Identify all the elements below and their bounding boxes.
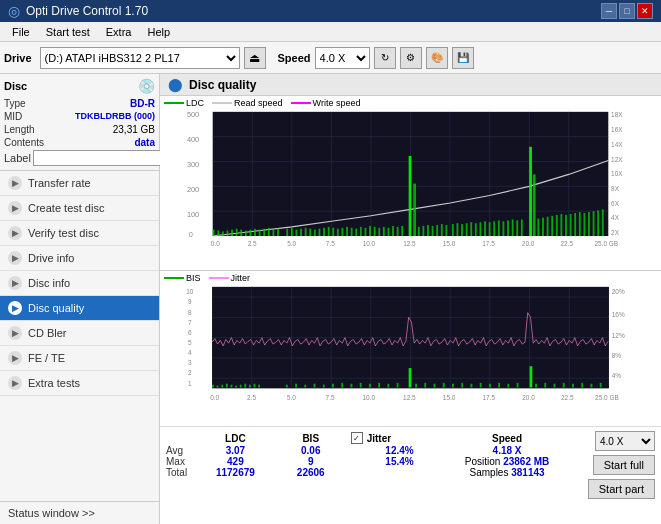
jitter-checkbox[interactable]: ✓ [351,432,363,444]
svg-rect-50 [259,230,261,236]
svg-rect-177 [387,384,389,388]
svg-text:4X: 4X [611,214,620,221]
save-button[interactable]: 💾 [452,47,474,69]
speed-label: Speed [278,52,311,64]
mid-value: TDKBLDRBB (000) [75,111,155,122]
ldc-max: 429 [196,456,275,467]
svg-rect-190 [517,383,519,388]
svg-rect-113 [560,214,562,236]
svg-text:22.5: 22.5 [560,240,573,247]
svg-text:0: 0 [189,230,193,239]
svg-rect-198 [600,383,602,388]
sidebar-item-create-test-disc[interactable]: ▶ Create test disc [0,196,159,221]
toolbar: Drive (D:) ATAPI iHBS312 2 PL17 ⏏ Speed … [0,42,661,74]
status-window-button[interactable]: Status window >> [0,502,159,524]
svg-rect-120 [593,211,595,236]
svg-rect-64 [309,229,311,236]
svg-rect-157 [231,385,233,388]
bis-col-header: BIS [275,431,347,445]
start-full-button[interactable]: Start full [593,455,655,475]
type-label: Type [4,98,26,109]
stats-table: LDC BIS ✓ Jitter Speed [166,431,582,478]
status-window-label: Status window >> [8,507,95,519]
svg-rect-194 [563,383,565,388]
svg-rect-197 [591,384,593,388]
menu-start-test[interactable]: Start test [38,24,98,40]
svg-rect-71 [342,228,344,236]
svg-text:2.5: 2.5 [248,240,257,247]
svg-rect-115 [570,214,572,236]
sidebar-item-disc-info[interactable]: ▶ Disc info [0,271,159,296]
svg-text:8: 8 [188,309,192,316]
cd-bler-label: CD Bler [28,327,67,339]
svg-rect-69 [332,228,334,236]
jitter-max: 15.4% [347,456,433,467]
bis-legend-item: BIS [164,273,201,283]
svg-text:16X: 16X [611,126,623,133]
svg-rect-96 [470,222,472,236]
maximize-button[interactable]: □ [619,3,635,19]
type-value: BD-R [130,98,155,109]
svg-rect-170 [323,385,325,388]
theme-button[interactable]: 🎨 [426,47,448,69]
svg-rect-53 [273,230,275,236]
svg-rect-57 [529,147,532,236]
refresh-button[interactable]: ↻ [374,47,396,69]
svg-text:12.5: 12.5 [403,394,416,401]
disc-panel: Disc 💿 Type BD-R MID TDKBLDRBB (000) Len… [0,74,159,171]
minimize-button[interactable]: ─ [601,3,617,19]
svg-rect-89 [436,225,438,236]
svg-rect-93 [457,223,459,236]
svg-rect-47 [245,231,247,237]
sidebar-item-cd-bler[interactable]: ▶ CD Bler [0,321,159,346]
svg-rect-122 [602,209,604,236]
speed-select[interactable]: 4.0 X [315,47,370,69]
start-part-button[interactable]: Start part [588,479,655,499]
speed-select-stats[interactable]: 4.0 X [595,431,655,451]
length-label: Length [4,124,35,135]
svg-text:20%: 20% [612,288,625,295]
sidebar-item-drive-info[interactable]: ▶ Drive info [0,246,159,271]
svg-text:4: 4 [188,349,192,356]
jitter-legend-color [209,277,229,279]
svg-rect-75 [360,227,362,236]
svg-rect-165 [530,366,533,387]
samples-label: Samples [470,467,509,478]
ldc-legend-item: LDC [164,98,204,108]
svg-text:400: 400 [187,135,199,144]
sidebar-item-transfer-rate[interactable]: ▶ Transfer rate [0,171,159,196]
sidebar-item-extra-tests[interactable]: ▶ Extra tests [0,371,159,396]
svg-rect-83 [397,227,399,236]
svg-rect-87 [427,225,429,236]
nav-items: ▶ Transfer rate ▶ Create test disc ▶ Ver… [0,171,159,501]
svg-text:0.0: 0.0 [210,394,219,401]
svg-rect-91 [445,225,447,236]
svg-text:12%: 12% [612,332,625,339]
svg-rect-169 [314,384,316,388]
drive-select[interactable]: (D:) ATAPI iHBS312 2 PL17 [40,47,240,69]
sidebar-item-disc-quality[interactable]: ▶ Disc quality [0,296,159,321]
svg-rect-52 [268,228,270,236]
app-icon: ◎ [8,3,20,19]
create-test-icon: ▶ [8,201,22,215]
label-input[interactable] [33,150,162,166]
close-button[interactable]: ✕ [637,3,653,19]
svg-text:0.0: 0.0 [211,240,220,247]
disc-info-icon: ▶ [8,276,22,290]
settings-button[interactable]: ⚙ [400,47,422,69]
sidebar-item-verify-test-disc[interactable]: ▶ Verify test disc [0,221,159,246]
menu-extra[interactable]: Extra [98,24,140,40]
svg-rect-72 [346,227,348,236]
svg-rect-180 [424,383,426,388]
menu-help[interactable]: Help [139,24,178,40]
svg-rect-104 [507,220,509,236]
eject-button[interactable]: ⏏ [244,47,266,69]
svg-text:22.5: 22.5 [561,394,574,401]
sidebar-item-fe-te[interactable]: ▶ FE / TE [0,346,159,371]
svg-rect-73 [351,228,353,236]
svg-rect-186 [480,383,482,388]
menu-file[interactable]: File [4,24,38,40]
svg-rect-97 [475,223,477,236]
svg-text:5: 5 [188,339,192,346]
disc-panel-title: Disc [4,80,27,92]
